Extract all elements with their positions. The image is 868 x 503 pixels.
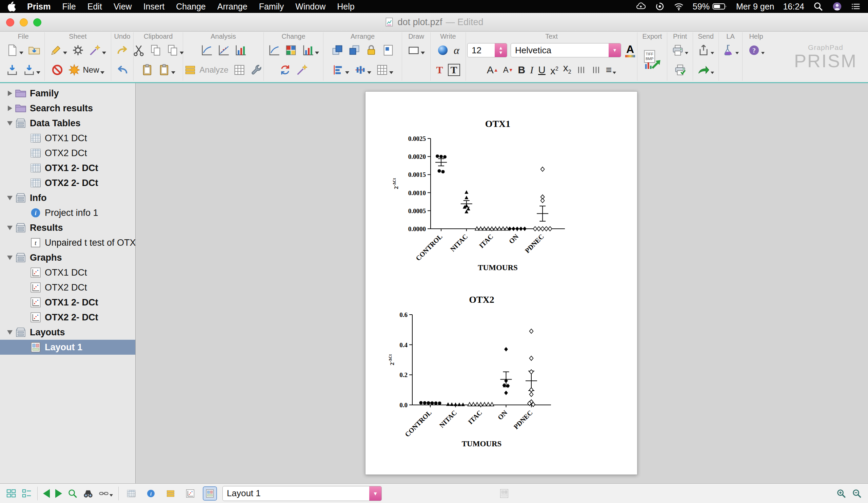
redo-button[interactable]	[116, 43, 129, 57]
change-colors-button[interactable]	[284, 43, 298, 57]
spotlight-search-icon[interactable]	[813, 1, 823, 11]
zoom-in-button[interactable]	[836, 489, 846, 499]
linked-sheets-button[interactable]	[99, 489, 113, 499]
menu-insert[interactable]: Insert	[143, 2, 165, 11]
copy-special-button[interactable]	[166, 43, 185, 57]
gallery-view-button[interactable]	[6, 489, 16, 499]
menu-family[interactable]: Family	[259, 2, 284, 11]
cloud-icon[interactable]	[636, 1, 646, 11]
apply-format-button[interactable]	[295, 63, 309, 77]
sidebar-item-otx2-2-dct[interactable]: OTX2 2- DCt	[0, 310, 135, 325]
lock-object-button[interactable]	[364, 43, 378, 57]
list-view-button[interactable]	[22, 489, 32, 499]
combo-arrows-icon[interactable]: ▴▾	[495, 43, 507, 57]
bold-button[interactable]: B	[517, 63, 526, 77]
apple-menu[interactable]	[7, 1, 16, 11]
sidebar-item-otx1-dct[interactable]: OTX1 DCt	[0, 131, 135, 145]
curve-fit-button[interactable]	[217, 43, 230, 57]
control-center-icon[interactable]	[851, 1, 861, 11]
decrease-font-button[interactable]: A▼	[503, 63, 514, 77]
sidebar-item-otx2-dct[interactable]: OTX2 DCt	[0, 280, 135, 295]
open-file-button[interactable]	[28, 43, 41, 57]
increase-font-button[interactable]: A▲	[486, 63, 499, 77]
account-icon[interactable]	[832, 1, 842, 11]
sidebar-item-otx1-2-dct[interactable]: OTX1 2- DCt	[0, 295, 135, 310]
labarchives-button[interactable]	[722, 43, 740, 57]
sidebar-item-otx2-2-dct[interactable]: OTX2 2- DCt	[0, 175, 135, 190]
disclosure-expanded-icon[interactable]	[5, 121, 15, 125]
disclosure-expanded-icon[interactable]	[5, 330, 15, 335]
paste-special-button[interactable]	[157, 63, 176, 77]
back-button[interactable]	[43, 489, 50, 498]
text-align-button[interactable]: ≡	[605, 63, 617, 77]
menu-arrange[interactable]: Arrange	[217, 2, 248, 11]
disclosure-expanded-icon[interactable]	[5, 196, 15, 200]
new-sheet-button[interactable]: New	[68, 63, 105, 77]
disclosure-expanded-icon[interactable]	[5, 226, 15, 230]
sidebar-item-otx2-dct[interactable]: OTX2 DCt	[0, 145, 135, 161]
magic-wand-button[interactable]	[88, 43, 107, 57]
review-results-button[interactable]	[232, 63, 246, 77]
print-button[interactable]	[671, 43, 689, 57]
sidebar-item-layout-1[interactable]: Layout 1	[0, 340, 135, 355]
sidebar-item-graphs[interactable]: Graphs	[0, 250, 135, 265]
cut-button[interactable]	[132, 43, 145, 57]
sidebar-item-results[interactable]: Results	[0, 220, 135, 235]
app-status-ring-icon[interactable]	[655, 1, 665, 11]
change-analysis-button[interactable]	[267, 43, 281, 57]
menu-help[interactable]: Help	[337, 2, 354, 11]
menubar-time[interactable]: 16:24	[783, 2, 804, 11]
arrange-objects-button[interactable]	[375, 63, 394, 77]
menu-view[interactable]: View	[114, 2, 132, 11]
sidebar-item-info[interactable]: Info	[0, 190, 135, 205]
rename-sheet-button[interactable]	[49, 43, 68, 57]
menu-app-prism[interactable]: Prism	[27, 2, 51, 11]
analyze-button[interactable]: Analyze	[184, 63, 229, 77]
bring-to-front-button[interactable]	[331, 43, 344, 57]
font-family-select[interactable]: Helvetica ▾	[510, 43, 621, 57]
greek-letter-button[interactable]: α	[453, 43, 460, 57]
disclosure-expanded-icon[interactable]	[5, 255, 15, 260]
layouts-view-button[interactable]	[203, 486, 217, 501]
insert-object-button[interactable]	[436, 43, 450, 57]
line-spacing-button[interactable]	[590, 64, 602, 76]
text-tool-button[interactable]: T	[435, 63, 444, 77]
zoom-out-button[interactable]	[852, 489, 862, 499]
sidebar-item-project-info-1[interactable]: Project info 1	[0, 205, 135, 220]
layout-canvas[interactable]: OTX10.00000.00050.00100.00150.00200.0025…	[365, 92, 638, 475]
chart-otx1[interactable]: OTX10.00000.00050.00100.00150.00200.0025…	[392, 119, 565, 272]
info-view-button[interactable]	[144, 486, 158, 501]
send-email-button[interactable]	[697, 63, 715, 77]
text-box-button[interactable]: T	[447, 63, 461, 77]
graphs-view-button[interactable]	[183, 486, 197, 501]
align-horizontal-button[interactable]	[331, 63, 350, 77]
sidebar-item-unpaired-t-test-of-otx1-dct[interactable]: Unpaired t test of OTX1 DCt	[0, 235, 135, 250]
superscript-button[interactable]: x2	[550, 62, 559, 78]
disclosure-collapsed-icon[interactable]	[5, 105, 15, 111]
sheet-properties-button[interactable]	[71, 43, 85, 57]
save-options-button[interactable]	[22, 63, 41, 77]
sidebar-item-family[interactable]: Family	[0, 86, 135, 101]
chart-otx2[interactable]: OTX20.00.20.40.6CONTROLNITACITACONPDNECT…	[388, 294, 551, 448]
find-button[interactable]	[83, 489, 93, 499]
send-to-back-button[interactable]	[348, 43, 361, 57]
menubar-date[interactable]: Mer 9 gen	[736, 2, 774, 11]
column-stats-button[interactable]	[234, 43, 247, 57]
text-color-button[interactable]: A	[624, 43, 636, 58]
save-button[interactable]	[6, 63, 19, 77]
t-test-analysis-button[interactable]	[200, 43, 213, 57]
new-file-button[interactable]	[6, 43, 24, 57]
results-view-button[interactable]	[163, 486, 178, 501]
menu-window[interactable]: Window	[295, 2, 326, 11]
sidebar-item-search-results[interactable]: Search results	[0, 101, 135, 116]
export-image-button[interactable]	[643, 49, 662, 71]
print-preview-button[interactable]	[673, 63, 687, 77]
sidebar-item-otx1-dct[interactable]: OTX1 DCt	[0, 265, 135, 280]
subscript-button[interactable]: x2	[562, 61, 572, 79]
combo-arrow-icon[interactable]: ▾	[369, 486, 381, 501]
change-graph-type-button[interactable]	[301, 43, 320, 57]
menu-edit[interactable]: Edit	[87, 2, 102, 11]
sidebar-item-data-tables[interactable]: Data Tables	[0, 116, 135, 131]
kerning-button[interactable]	[575, 64, 587, 76]
combo-arrow-icon[interactable]: ▾	[609, 43, 621, 57]
